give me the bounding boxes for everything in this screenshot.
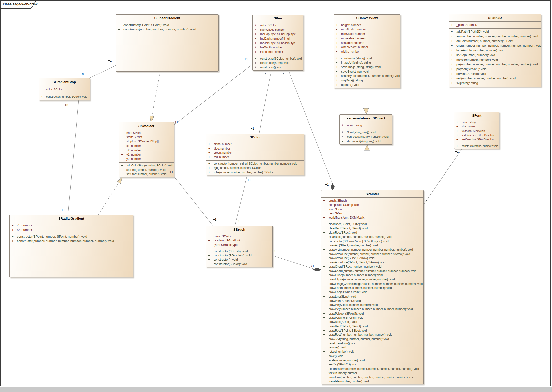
diagram-canvas: class saga-web-draw SLinearGradient +con…: [0, 0, 552, 392]
generalization-arrow-icon: [364, 145, 370, 150]
multiplicity-label: +1: [281, 73, 285, 76]
class-title: SPath2D: [449, 14, 541, 22]
class-box-sgradient[interactable]: SGradient +end: SPoint+start: SPoint+sto…: [119, 122, 174, 177]
multiplicity-label: +n: [65, 103, 68, 106]
connector-sbrush-spainter[interactable]: [273, 256, 314, 269]
multiplicity-label: +1: [170, 170, 173, 174]
class-title: SColor: [206, 134, 304, 141]
class-box-scolor[interactable]: SColor +alpha: number+blue: number+green…: [206, 134, 304, 175]
class-box-sfont[interactable]: SFont +name: string+size: numer+textAlig…: [454, 112, 499, 149]
methods-compartment: +constructor(string): void+imageUrl(stri…: [334, 55, 400, 88]
generalization-arrow-icon: [363, 108, 369, 114]
attributes-compartment: -color: SColor: [39, 86, 90, 93]
methods-compartment: +constructor(SColor, number): void+const…: [253, 55, 303, 71]
class-box-slineargradient[interactable]: SLinearGradient +constructor(SPoint, SPo…: [116, 14, 219, 72]
multiplicity-label: +1: [272, 249, 276, 253]
connector-sgradient-sbrush[interactable]: [174, 176, 213, 226]
class-box-sradialgradient[interactable]: SRadialGradient +r1: number+r2: number +…: [9, 215, 133, 277]
methods-compartment: +$emit(string, any[]): void+connect(stri…: [340, 129, 392, 145]
attributes-compartment: +end: SPoint+start: SPoint+stopList: SGr…: [119, 130, 174, 162]
composition-diamond-icon: [331, 183, 335, 190]
connector-sgradientstop-slineargradient[interactable]: [90, 65, 116, 78]
class-box-spainter[interactable]: SPainter +brush: SBrush+composite: SComp…: [321, 190, 424, 384]
multiplicity-label: +1: [108, 59, 112, 62]
connector-sgradient-spen[interactable]: [174, 64, 252, 125]
composition-diamond-icon: [313, 268, 321, 271]
methods-compartment: +constructor(SBrush): void+constructor(S…: [206, 248, 272, 267]
methods-compartment: +constructor(number, SColor): void: [39, 93, 90, 100]
connector-sfont-spainter[interactable]: [424, 149, 462, 205]
connector-spen-scolor[interactable]: [259, 71, 271, 134]
class-box-sgradientstop[interactable]: SGradientStop -color: SColor +constructo…: [39, 78, 90, 100]
methods-compartment: +constructor(number | string | SColor, n…: [206, 160, 304, 175]
class-box-sobject[interactable]: saga-web-base::SObject +name: string +$e…: [339, 114, 392, 145]
multiplicity-label: +1: [251, 127, 254, 130]
connector-scolor-sbrush[interactable]: [235, 175, 247, 226]
multiplicity-label: +1: [236, 219, 240, 223]
methods-compartment: +addPath(SPath2D): void+arc(number, numb…: [449, 28, 541, 87]
class-box-spath2d[interactable]: SPath2D +_path: SPath2D +addPath(SPath2D…: [449, 14, 541, 87]
class-title: SPen: [253, 15, 303, 22]
multiplicity-label: +1: [61, 208, 65, 211]
multiplicity-label: +1: [455, 150, 459, 153]
attributes-compartment: +_path: SPath2D: [449, 22, 541, 28]
multiplicity-label: +1: [247, 178, 251, 181]
class-box-spen[interactable]: SPen +color: SColor+dashOffset: number+l…: [252, 15, 303, 71]
connector-sradialgradient-sgradient[interactable]: [98, 182, 119, 215]
multiplicity-label: +1: [175, 120, 178, 124]
class-box-sbrush[interactable]: SBrush +color: SColor+gradient: SGradien…: [206, 226, 273, 267]
class-title: saga-web-base::SObject: [340, 115, 392, 122]
generalization-arrow-icon: [150, 116, 154, 122]
frame-title: class saga-web-draw: [3, 2, 37, 6]
attributes-compartment: +color: SColor+gradient: SGradient+type:…: [206, 233, 272, 248]
class-title: SGradientStop: [39, 78, 90, 86]
multiplicity-label: +n: [80, 72, 84, 75]
methods-compartment: +constructor(SPoint, number, SPoint, num…: [10, 233, 133, 244]
class-title: SRadialGradient: [10, 215, 133, 222]
class-box-scanvasview[interactable]: SCanvasView +height: number+maxScale: nu…: [334, 14, 400, 88]
attributes-compartment: +name: string: [340, 122, 392, 129]
attributes-compartment: +brush: SBrush+composite: SComposite+fon…: [321, 198, 423, 221]
attributes-compartment: +height: number+maxScale: number+minScal…: [334, 22, 400, 55]
connector-slineargradient-sgradient[interactable]: [152, 72, 160, 116]
class-title: SCanvasView: [334, 15, 400, 22]
class-title: SGradient: [119, 122, 174, 130]
attributes-compartment: +color: SColor+dashOffset: number+lineCa…: [253, 22, 303, 55]
methods-compartment: +addColorStop(number, SColor): void+setE…: [119, 162, 174, 177]
class-title: SPainter: [321, 190, 423, 198]
methods-compartment: +constructor(string, number): void: [454, 143, 499, 149]
methods-compartment: +constructor(SPoint, SPoint): void+const…: [116, 22, 218, 33]
multiplicity-label: +1: [245, 57, 248, 61]
multiplicity-label: +1: [263, 73, 267, 76]
class-title: SBrush: [206, 226, 272, 233]
attributes-compartment: +r1: number+r2: number: [10, 222, 133, 233]
class-title: SFont: [454, 112, 499, 119]
class-title: SLinearGradient: [116, 15, 218, 22]
multiplicity-label: +1: [424, 200, 428, 203]
attributes-compartment: +alpha: number+blue: number+green: numbe…: [206, 141, 304, 160]
multiplicity-label: +1: [311, 265, 314, 268]
connector-sgradientstop-sradialgradient[interactable]: [68, 100, 79, 215]
multiplicity-label: +1: [325, 183, 329, 186]
attributes-compartment: +name: string+size: numer+textAlign: STe…: [454, 119, 499, 143]
multiplicity-label: +1: [213, 218, 216, 221]
generalization-arrow-icon: [117, 177, 122, 184]
methods-compartment: +clearRect(SPoint, SSize): void+clearRec…: [321, 221, 423, 384]
